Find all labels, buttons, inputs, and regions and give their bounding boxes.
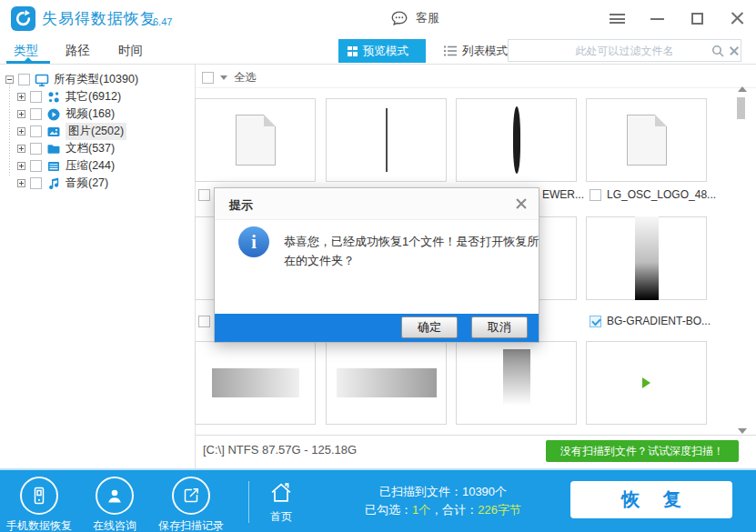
total-size: 226字节 <box>478 503 521 517</box>
circle-outline <box>172 477 210 515</box>
gradient-bar-graphic <box>635 216 659 300</box>
file-thumbnail[interactable] <box>326 98 447 182</box>
tree-item-label: 文档(537) <box>66 141 115 156</box>
clear-search-icon[interactable] <box>729 45 740 56</box>
tree-item-label: 其它(6912) <box>66 89 121 105</box>
save-scan-record-button[interactable]: 保存扫描记录 <box>153 477 229 532</box>
tree-item-all-types[interactable]: 所有类型(10390) <box>5 71 138 88</box>
file-thumbnail[interactable] <box>456 98 577 182</box>
ok-button[interactable]: 确定 <box>401 316 458 338</box>
scrollbar-thumb[interactable] <box>737 97 745 119</box>
tree-item-label: 图片(2502) <box>66 123 126 140</box>
search-icon[interactable] <box>711 44 725 58</box>
play-triangle-icon <box>642 377 650 388</box>
file-checkbox[interactable] <box>590 189 601 201</box>
file-thumbnail[interactable] <box>326 341 447 425</box>
selected-count: 1个 <box>412 503 430 517</box>
expand-expander-icon[interactable] <box>17 110 25 118</box>
scrollbar-up-arrow-icon[interactable] <box>738 86 747 92</box>
file-checkbox-checked[interactable] <box>590 316 601 327</box>
menu-icon[interactable] <box>609 9 627 27</box>
tab-time[interactable]: 时间 <box>118 43 143 59</box>
file-label-row <box>198 187 210 202</box>
app-version: 6.47 <box>153 16 172 27</box>
minimize-icon[interactable] <box>649 9 667 27</box>
phone-icon <box>28 485 50 507</box>
cancel-button[interactable]: 取消 <box>471 316 528 338</box>
tree-checkbox[interactable] <box>30 108 42 120</box>
search-input[interactable] <box>509 40 741 61</box>
recover-button[interactable]: 恢 复 <box>570 481 732 518</box>
tree-item-label: 音频(27) <box>66 176 108 191</box>
preview-mode-button[interactable]: 预览模式 <box>338 39 426 63</box>
deep-scan-button[interactable]: 没有扫描到文件？试试深度扫描！ <box>546 440 739 462</box>
app-logo-icon <box>11 6 35 31</box>
list-mode-label: 列表模式 <box>462 44 508 59</box>
home-button[interactable]: 首页 <box>258 481 304 525</box>
file-label-row: BG-GRADIENT-BO... <box>590 314 711 328</box>
expand-expander-icon[interactable] <box>17 127 25 136</box>
expand-expander-icon[interactable] <box>17 162 25 170</box>
toolbar: 类型 路径 时间 预览模式 列表模式 <box>0 36 756 65</box>
file-checkbox[interactable] <box>198 316 210 327</box>
tree-checkbox[interactable] <box>18 74 30 85</box>
filter-search-box <box>508 39 741 62</box>
tree-item-label: 所有类型(10390) <box>54 72 138 87</box>
archive-icon <box>46 159 61 174</box>
select-all-control[interactable]: 全选 <box>202 68 257 86</box>
tree-checkbox[interactable] <box>30 160 42 172</box>
selected-files-line: 已勾选：1个，合计：226字节 <box>357 501 529 519</box>
tree-connector <box>9 79 10 177</box>
active-tab-underline <box>6 61 50 64</box>
expand-expander-icon[interactable] <box>17 179 25 187</box>
file-thumbnail[interactable] <box>195 98 316 182</box>
list-view-icon <box>444 45 457 56</box>
collapse-expander-icon[interactable] <box>5 75 14 84</box>
file-thumbnail[interactable] <box>586 341 707 425</box>
tree-item-document[interactable]: 文档(537) <box>17 140 115 157</box>
tree-checkbox[interactable] <box>30 91 42 103</box>
drive-info: [C:\] NTFS 87.57G - 125.18G <box>203 443 357 457</box>
select-all-checkbox[interactable] <box>202 72 214 84</box>
export-icon <box>180 485 202 507</box>
phone-recovery-button[interactable]: 手机数据恢复 <box>1 477 77 532</box>
file-thumbnail[interactable] <box>586 98 707 182</box>
app-title: 失易得数据恢复 <box>42 8 156 29</box>
divider <box>248 481 249 523</box>
divider <box>196 87 756 88</box>
close-icon[interactable] <box>729 9 747 27</box>
tree-item-video[interactable]: 视频(168) <box>17 105 115 123</box>
action-label: 在线咨询 <box>93 518 136 532</box>
music-icon <box>46 176 61 191</box>
customer-service-label: 客服 <box>416 10 439 26</box>
file-thumbnail[interactable] <box>456 341 577 425</box>
tab-path[interactable]: 路径 <box>66 43 90 59</box>
gradient-bar-graphic <box>503 349 530 406</box>
expand-expander-icon[interactable] <box>17 145 25 153</box>
tree-item-label: 视频(168) <box>66 106 115 122</box>
dialog-message: 恭喜您，已经成功恢复1个文件！是否打开恢复所在的文件夹？ <box>284 232 549 270</box>
file-thumbnail[interactable] <box>586 216 707 300</box>
customer-service-button[interactable]: 客服 <box>389 0 439 36</box>
file-thumbnail[interactable] <box>195 341 316 425</box>
thumbnail-graphic <box>386 108 388 172</box>
maximize-icon[interactable] <box>689 9 707 27</box>
tree-item-audio[interactable]: 音频(27) <box>17 175 108 192</box>
image-icon <box>46 125 61 139</box>
grid-view-icon <box>348 46 358 56</box>
dialog-close-icon[interactable] <box>515 197 528 210</box>
video-icon <box>46 107 61 122</box>
tree-item-archive[interactable]: 压缩(244) <box>17 157 115 175</box>
scrollbar-down-arrow-icon[interactable] <box>738 428 747 434</box>
tree-checkbox[interactable] <box>30 177 42 189</box>
file-checkbox[interactable] <box>198 189 210 201</box>
online-consult-button[interactable]: 在线咨询 <box>76 477 153 532</box>
info-icon: i <box>238 226 269 257</box>
tree-item-image[interactable]: 图片(2502) <box>17 123 126 140</box>
tree-checkbox[interactable] <box>30 125 42 137</box>
tree-item-other[interactable]: 其它(6912) <box>17 88 121 105</box>
expand-expander-icon[interactable] <box>17 93 25 101</box>
tree-checkbox[interactable] <box>30 143 42 155</box>
list-mode-button[interactable]: 列表模式 <box>435 39 517 63</box>
chevron-down-icon <box>220 75 227 80</box>
